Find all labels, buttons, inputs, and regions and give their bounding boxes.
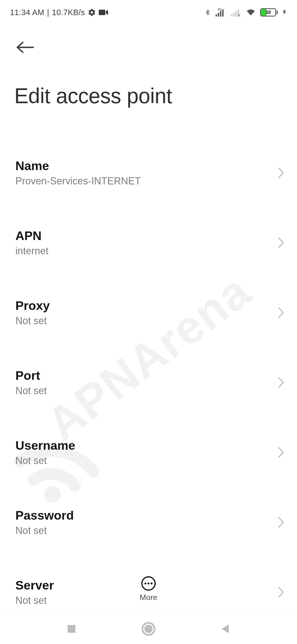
signal-sim2-icon bbox=[230, 8, 241, 17]
apn-row-apn[interactable]: APN internet bbox=[0, 208, 297, 278]
apn-row-mmsc[interactable]: MMSC Not set bbox=[0, 627, 297, 644]
apn-row-server[interactable]: Server Not set bbox=[0, 557, 297, 627]
apn-row-username[interactable]: Username Not set bbox=[0, 417, 297, 487]
row-value: Not set bbox=[15, 595, 54, 606]
row-label: Password bbox=[15, 508, 74, 523]
row-value: Proven-Services-INTERNET bbox=[15, 175, 141, 187]
gear-icon bbox=[88, 8, 96, 17]
chevron-right-icon bbox=[278, 586, 285, 598]
status-time: 11:34 AM bbox=[10, 8, 44, 17]
bluetooth-icon bbox=[205, 8, 211, 17]
status-net-speed: 10.7KB/s bbox=[52, 8, 85, 17]
chevron-right-icon bbox=[278, 237, 285, 249]
page-title: Edit access point bbox=[0, 58, 297, 108]
row-label: Port bbox=[15, 369, 47, 383]
apn-row-proxy[interactable]: Proxy Not set bbox=[0, 278, 297, 348]
svg-rect-9 bbox=[235, 11, 237, 17]
chevron-right-icon bbox=[278, 447, 285, 458]
row-label: Proxy bbox=[15, 299, 50, 313]
row-value: Not set bbox=[15, 315, 50, 327]
signal-4g-icon: 4G bbox=[215, 8, 227, 17]
apn-row-name[interactable]: Name Proven-Services-INTERNET bbox=[0, 138, 297, 208]
row-value: internet bbox=[15, 245, 48, 257]
apn-row-password[interactable]: Password Not set bbox=[0, 487, 297, 557]
row-label: Name bbox=[15, 159, 141, 173]
status-bar: 11:34 AM | 10.7KB/s 4G bbox=[0, 0, 297, 19]
svg-rect-4 bbox=[218, 13, 219, 17]
row-label: Server bbox=[15, 578, 54, 593]
svg-rect-8 bbox=[233, 13, 235, 17]
chevron-right-icon bbox=[278, 377, 285, 388]
svg-rect-3 bbox=[216, 14, 217, 17]
arrow-left-icon bbox=[16, 41, 35, 54]
svg-text:4G: 4G bbox=[218, 8, 222, 11]
svg-rect-5 bbox=[220, 11, 221, 17]
video-icon bbox=[99, 9, 108, 16]
battery-indicator: 38 bbox=[260, 8, 278, 17]
svg-rect-1 bbox=[99, 10, 105, 15]
row-value: Not set bbox=[15, 525, 74, 536]
chevron-right-icon bbox=[278, 307, 285, 318]
row-value: Not set bbox=[15, 385, 47, 397]
charging-icon bbox=[282, 8, 287, 17]
chevron-right-icon bbox=[278, 517, 285, 528]
row-label: Username bbox=[15, 438, 75, 453]
svg-rect-7 bbox=[231, 14, 232, 17]
back-button[interactable] bbox=[14, 36, 36, 58]
row-label: APN bbox=[15, 229, 48, 243]
chevron-right-icon bbox=[278, 167, 285, 179]
apn-row-port[interactable]: Port Not set bbox=[0, 348, 297, 417]
battery-percent: 38 bbox=[261, 9, 275, 16]
svg-rect-6 bbox=[222, 9, 224, 17]
wifi-icon bbox=[245, 8, 256, 17]
status-separator: | bbox=[47, 8, 49, 17]
row-value: Not set bbox=[15, 455, 75, 466]
